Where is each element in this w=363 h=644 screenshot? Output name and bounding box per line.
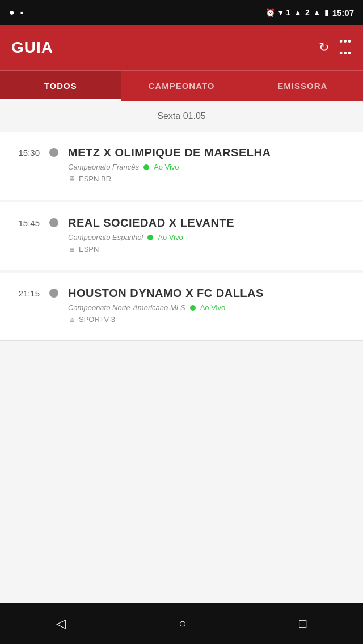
events-timeline: 15:30 METZ X OLIMPIQUE DE MARSELHA Campe… bbox=[0, 132, 363, 341]
channel-name-2: ESPN bbox=[79, 245, 99, 253]
event-time-2: 15:45 bbox=[0, 216, 45, 228]
event-info-1: METZ X OLIMPIQUE DE MARSELHA Campeonato … bbox=[62, 146, 363, 183]
timeline-dot-1 bbox=[49, 148, 58, 157]
signal1-label: 1 bbox=[286, 8, 290, 17]
list-item[interactable]: 21:15 HOUSTON DYNAMO X FC DALLAS Campeon… bbox=[0, 273, 363, 341]
live-dot-3 bbox=[190, 305, 196, 311]
tv-icon-1: 🖥 bbox=[68, 175, 75, 183]
app-title: GUIA bbox=[11, 39, 319, 57]
timeline-dot-2 bbox=[49, 218, 58, 227]
header-actions: ↻ •••••• bbox=[319, 36, 352, 60]
event-channel-2: 🖥 ESPN bbox=[68, 245, 354, 253]
date-header: Sexta 01.05 bbox=[0, 101, 363, 132]
bottom-nav: ◁ ○ □ bbox=[0, 603, 363, 644]
grid-menu-icon[interactable]: •••••• bbox=[339, 36, 352, 60]
event-channel-1: 🖥 ESPN BR bbox=[68, 175, 354, 183]
tab-bar: TODOS CAMPEONATO EMISSORA bbox=[0, 70, 363, 101]
status-bar: ● ▪ ⏰ ▾ 1 ▲ 2 ▲ ▮ 15:07 bbox=[0, 0, 363, 25]
live-text-1: Ao Vivo bbox=[154, 163, 179, 171]
event-title-3: HOUSTON DYNAMO X FC DALLAS bbox=[68, 286, 354, 300]
battery-icon: ▮ bbox=[324, 8, 329, 17]
event-competition-1: Campeonato Francês bbox=[68, 163, 139, 171]
live-dot-2 bbox=[147, 235, 153, 240]
back-button[interactable]: ◁ bbox=[45, 611, 77, 637]
event-title-2: REAL SOCIEDAD X LEVANTE bbox=[68, 216, 354, 230]
live-dot-1 bbox=[143, 164, 149, 170]
live-text-2: Ao Vivo bbox=[158, 233, 183, 242]
event-info-2: REAL SOCIEDAD X LEVANTE Campeonato Espan… bbox=[62, 216, 363, 253]
tab-campeonato[interactable]: CAMPEONATO bbox=[121, 71, 242, 101]
event-time-1: 15:30 bbox=[0, 146, 45, 158]
event-meta-2: Campeonato Espanhol Ao Vivo bbox=[68, 233, 354, 242]
channel-name-1: ESPN BR bbox=[79, 175, 111, 183]
alarm-icon: ⏰ bbox=[265, 8, 275, 17]
event-meta-3: Campeonato Norte-Americano MLS Ao Vivo bbox=[68, 303, 354, 312]
timeline-dot-col-1 bbox=[45, 146, 62, 159]
refresh-icon[interactable]: ↻ bbox=[319, 40, 329, 55]
tv-icon-3: 🖥 bbox=[68, 315, 75, 324]
timeline-dot-col-3 bbox=[45, 286, 62, 300]
status-bar-right: ⏰ ▾ 1 ▲ 2 ▲ ▮ 15:07 bbox=[265, 8, 354, 18]
event-competition-2: Campeonato Espanhol bbox=[68, 233, 143, 242]
tv-icon-2: 🖥 bbox=[68, 245, 75, 253]
signal2-label: 2 bbox=[305, 8, 310, 17]
timeline-dot-col-2 bbox=[45, 216, 62, 230]
tab-emissora[interactable]: EMISSORA bbox=[242, 71, 363, 101]
wifi-icon: ▾ bbox=[278, 8, 282, 17]
app-header: GUIA ↻ •••••• bbox=[0, 25, 363, 70]
signal1-icon: ▲ bbox=[294, 8, 302, 17]
time-display: 15:07 bbox=[332, 8, 354, 18]
event-title-1: METZ X OLIMPIQUE DE MARSELHA bbox=[68, 146, 354, 159]
image-icon: ▪ bbox=[20, 8, 23, 17]
timeline-dot-3 bbox=[49, 289, 58, 298]
tab-todos[interactable]: TODOS bbox=[0, 71, 121, 101]
main-content: Sexta 01.05 15:30 METZ X OLIMPIQUE DE MA… bbox=[0, 101, 363, 603]
channel-name-3: SPORTV 3 bbox=[79, 315, 115, 324]
event-time-3: 21:15 bbox=[0, 286, 45, 298]
event-info-3: HOUSTON DYNAMO X FC DALLAS Campeonato No… bbox=[62, 286, 363, 324]
event-competition-3: Campeonato Norte-Americano MLS bbox=[68, 303, 185, 312]
signal2-icon: ▲ bbox=[313, 8, 321, 17]
status-bar-left: ● ▪ bbox=[9, 7, 23, 18]
whatsapp-icon: ● bbox=[9, 7, 15, 18]
list-item[interactable]: 15:45 REAL SOCIEDAD X LEVANTE Campeonato… bbox=[0, 202, 363, 270]
recent-button[interactable]: □ bbox=[288, 611, 318, 637]
list-item[interactable]: 15:30 METZ X OLIMPIQUE DE MARSELHA Campe… bbox=[0, 132, 363, 200]
live-text-3: Ao Vivo bbox=[200, 303, 226, 312]
event-meta-1: Campeonato Francês Ao Vivo bbox=[68, 163, 354, 171]
home-button[interactable]: ○ bbox=[167, 611, 197, 637]
event-channel-3: 🖥 SPORTV 3 bbox=[68, 315, 354, 324]
